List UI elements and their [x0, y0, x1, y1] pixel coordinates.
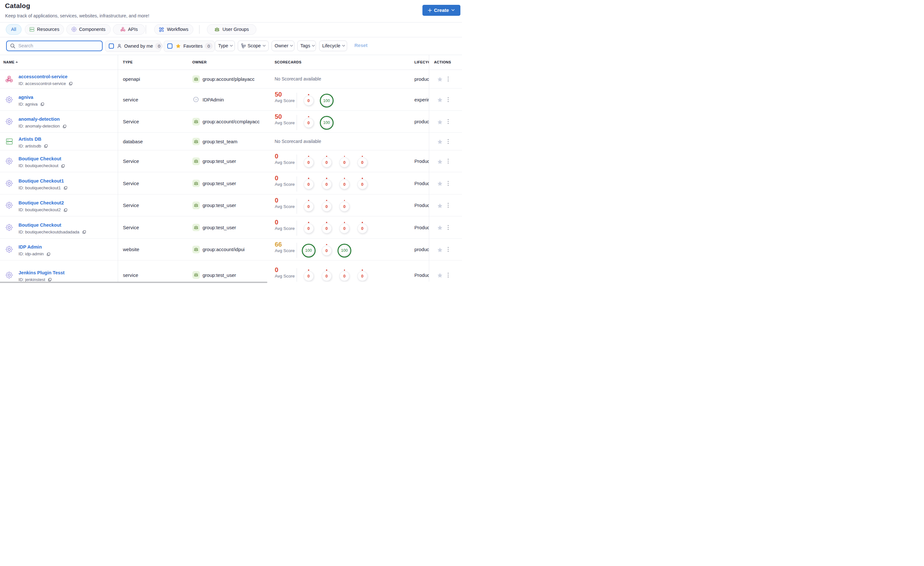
svg-text:?: ?: [195, 98, 197, 101]
